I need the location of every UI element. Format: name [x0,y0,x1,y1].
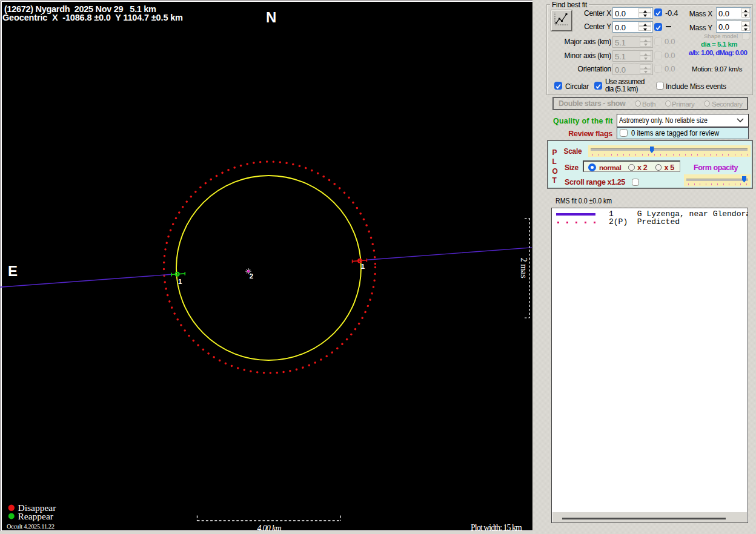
svg-text:Plot width: 15 km: Plot width: 15 km [471,523,522,532]
svg-text:Occult 4.2025.11.22: Occult 4.2025.11.22 [7,523,55,530]
svg-text:1: 1 [178,278,182,285]
svg-text:2 mas: 2 mas [519,257,529,279]
svg-text:E: E [8,263,18,279]
svg-text:2: 2 [250,272,253,280]
svg-text:1: 1 [361,263,365,270]
svg-text:Geocentric X -1086.8 ±0.0 Y: Geocentric X -1086.8 ±0.0 Y 1104.7 ±0.5 … [2,13,183,22]
svg-text:Reappear: Reappear [18,511,54,521]
svg-text:4.00 km: 4.00 km [257,524,282,533]
svg-text:N: N [266,9,276,25]
